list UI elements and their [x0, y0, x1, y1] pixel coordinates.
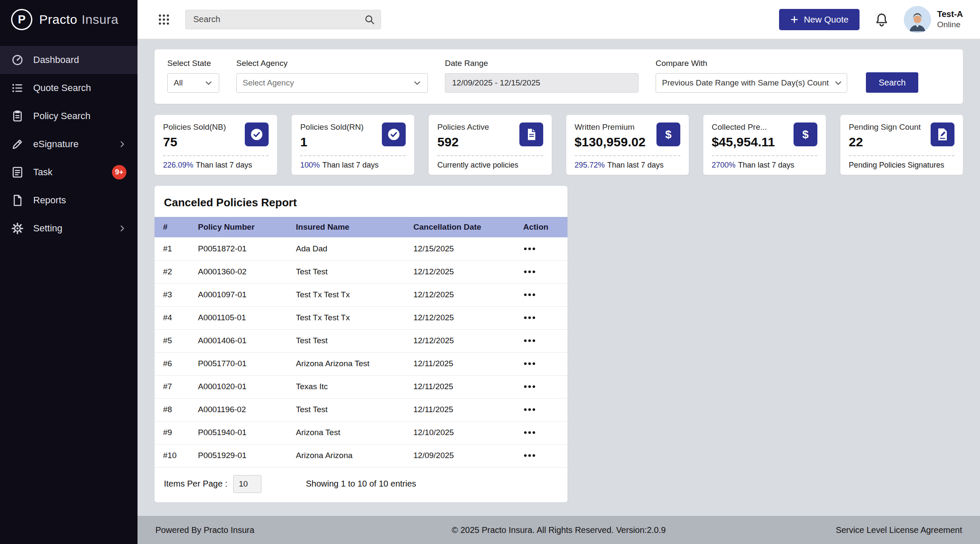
- cell-policy-number: A0001020-01: [189, 375, 287, 398]
- cell-action: [515, 283, 567, 306]
- apps-grid-icon[interactable]: [155, 10, 173, 29]
- cell-cancellation-date: 12/12/2025: [405, 260, 515, 283]
- cell-num: #1: [155, 237, 189, 260]
- cell-policy-number: A0001360-02: [189, 260, 287, 283]
- dashed-divider: [300, 155, 406, 156]
- stat-card-written-premium: Written Premium $130,959.02 295.72%Than …: [566, 115, 689, 175]
- report-pagination: Items Per Page : Showing 1 to 10 of 10 e…: [155, 467, 567, 501]
- compare-with-select[interactable]: Previous Date Range with Same Day(s) Cou…: [656, 73, 847, 93]
- sidebar-item-label: Task: [33, 167, 52, 178]
- row-actions-button[interactable]: [523, 382, 536, 391]
- stat-value: 1: [300, 135, 364, 149]
- cell-num: #5: [155, 329, 189, 352]
- stat-title: Pending Sign Count: [849, 122, 921, 132]
- row-actions-button[interactable]: [523, 359, 536, 368]
- row-actions-button[interactable]: [523, 428, 536, 437]
- report-table: # Policy Number Insured Name Cancellatio…: [155, 217, 567, 467]
- items-per-page-input[interactable]: [233, 475, 261, 493]
- sidebar-item-setting[interactable]: Setting: [0, 214, 138, 242]
- cell-action: [515, 398, 567, 421]
- stat-value: 75: [163, 135, 226, 149]
- ellipsis-icon: [524, 248, 535, 250]
- stat-value: 22: [849, 135, 921, 149]
- sidebar-item-label: Quote Search: [33, 83, 91, 94]
- stat-value: 592: [437, 135, 489, 149]
- stat-note-text: Currently active policies: [437, 161, 518, 169]
- row-actions-button[interactable]: [523, 313, 536, 322]
- task-icon: [11, 166, 24, 179]
- dollar-icon: [656, 122, 680, 146]
- row-actions-button[interactable]: [523, 244, 536, 253]
- cell-action: [515, 352, 567, 375]
- search-input[interactable]: [185, 10, 381, 29]
- user-meta: Test-A Online: [937, 9, 963, 30]
- ellipsis-icon: [524, 454, 535, 457]
- ellipsis-icon: [524, 316, 535, 319]
- stat-note-text: Than last 7 days: [607, 161, 664, 169]
- cell-action: [515, 260, 567, 283]
- stat-note-text: Than last 7 days: [196, 161, 252, 169]
- cell-action: [515, 421, 567, 444]
- avatar-person-icon: [906, 11, 928, 33]
- footer-license-link[interactable]: Service Level License Agreement: [836, 525, 962, 535]
- sidebar-item-label: Setting: [33, 223, 63, 234]
- sidebar-item-quote-search[interactable]: Quote Search: [0, 74, 138, 102]
- agency-select[interactable]: Select Agency: [236, 73, 428, 93]
- stat-title: Collected Pre...: [712, 122, 775, 132]
- cell-insured-name: Test Test: [287, 329, 405, 352]
- report-title: Canceled Policies Report: [155, 186, 567, 217]
- stat-card-policies-sold-nb: Policies Sold(NB) 75 226.09%Than last 7 …: [155, 115, 277, 175]
- cell-policy-number: A0001406-01: [189, 329, 287, 352]
- stat-value: $45,954.11: [712, 135, 775, 149]
- date-range-input[interactable]: [445, 73, 639, 93]
- brand-logo[interactable]: P Practo Insura: [0, 0, 138, 39]
- cell-num: #6: [155, 352, 189, 375]
- footer-powered-by: Powered By Practo Insura: [155, 525, 254, 535]
- filter-bar: Select State All Select Agency Select Ag…: [155, 49, 963, 104]
- dashed-divider: [849, 155, 954, 156]
- bell-icon[interactable]: [873, 11, 890, 28]
- signature-icon: [931, 122, 954, 146]
- filter-state-group: Select State All: [167, 59, 219, 93]
- col-header-num: #: [155, 217, 189, 237]
- sidebar-item-task[interactable]: Task 9+: [0, 158, 138, 186]
- sidebar-item-dashboard[interactable]: Dashboard: [0, 46, 138, 74]
- ellipsis-icon: [524, 339, 535, 342]
- search-icon[interactable]: [364, 14, 375, 25]
- user-menu[interactable]: Test-A Online: [904, 6, 963, 33]
- cell-insured-name: Test Test: [287, 398, 405, 421]
- cell-insured-name: Texas Itc: [287, 375, 405, 398]
- stat-note: 295.72%Than last 7 days: [575, 161, 680, 170]
- app-window: P Practo Insura Dashboard Quote Search: [0, 0, 980, 544]
- sidebar-item-reports[interactable]: Reports: [0, 186, 138, 214]
- cell-insured-name: Arizona Test: [287, 421, 405, 444]
- filter-date-group: Date Range: [445, 59, 639, 93]
- stat-note-text: Than last 7 days: [738, 161, 794, 169]
- row-actions-button[interactable]: [523, 336, 536, 345]
- new-quote-label: New Quote: [804, 14, 848, 25]
- sidebar-item-esignature[interactable]: eSignature: [0, 130, 138, 158]
- ellipsis-icon: [524, 408, 535, 411]
- cell-cancellation-date: 12/11/2025: [405, 352, 515, 375]
- row-actions-button[interactable]: [523, 290, 536, 299]
- table-row: #1 P0051872-01 Ada Dad 12/15/2025: [155, 237, 567, 260]
- state-select[interactable]: All: [167, 73, 219, 93]
- row-actions-button[interactable]: [523, 451, 536, 460]
- filter-search-button[interactable]: Search: [866, 72, 918, 93]
- chevron-down-icon: [204, 79, 213, 87]
- items-per-page-label: Items Per Page :: [164, 479, 227, 489]
- sidebar-item-policy-search[interactable]: Policy Search: [0, 102, 138, 130]
- select-agency-label: Select Agency: [236, 59, 428, 68]
- brand-name-secondary: Insura: [82, 12, 118, 27]
- cell-cancellation-date: 12/15/2025: [405, 237, 515, 260]
- canceled-policies-report: Canceled Policies Report # Policy Number…: [155, 186, 567, 502]
- cell-cancellation-date: 12/11/2025: [405, 398, 515, 421]
- state-select-value: All: [174, 78, 183, 88]
- row-actions-button[interactable]: [523, 405, 536, 414]
- sidebar-nav: Dashboard Quote Search Policy Search: [0, 46, 138, 242]
- row-actions-button[interactable]: [523, 267, 536, 276]
- cell-policy-number: A0001196-02: [189, 398, 287, 421]
- new-quote-button[interactable]: New Quote: [779, 9, 860, 30]
- ellipsis-icon: [524, 293, 535, 296]
- quote-search-icon: [11, 82, 24, 94]
